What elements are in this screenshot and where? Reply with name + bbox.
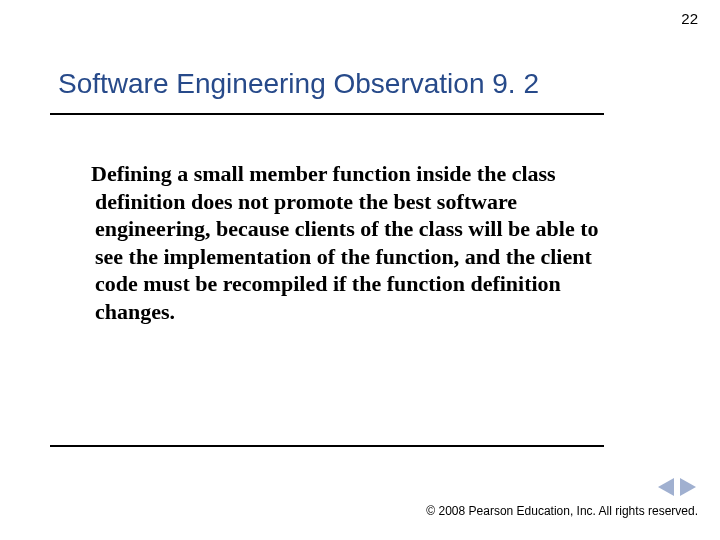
title-underline xyxy=(50,113,604,115)
bottom-rule xyxy=(50,445,604,447)
prev-slide-icon[interactable] xyxy=(658,478,674,496)
body-text: Defining a small member function inside … xyxy=(95,160,605,325)
nav-buttons xyxy=(658,478,696,496)
page-number: 22 xyxy=(681,10,698,27)
slide-title: Software Engineering Observation 9. 2 xyxy=(58,68,539,100)
next-slide-icon[interactable] xyxy=(680,478,696,496)
copyright: © 2008 Pearson Education, Inc. All right… xyxy=(426,504,698,518)
